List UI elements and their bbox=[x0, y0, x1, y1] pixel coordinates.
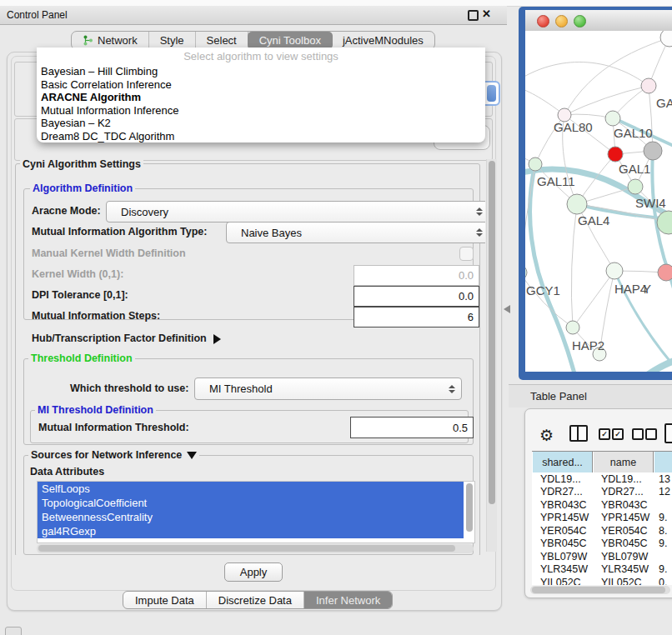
manual-kernel-width-checkbox[interactable] bbox=[459, 247, 474, 261]
tab-network-label: Network bbox=[98, 34, 138, 47]
tab-style[interactable]: Style bbox=[149, 32, 196, 49]
network-graph: GALGAL80GAL10GAL1GAL11SWI4GAL4HAP4YGCY1H… bbox=[525, 31, 672, 372]
close-icon[interactable]: ✕ bbox=[482, 8, 491, 20]
algorithm-option[interactable]: Dream8 DC_TDC Algorithm bbox=[39, 130, 483, 143]
algorithm-option[interactable]: Mutual Information Inference bbox=[39, 104, 483, 118]
tab-cyni-toolbox[interactable]: Cyni Toolbox bbox=[248, 32, 333, 49]
table-header-row: shared... name bbox=[532, 451, 672, 475]
impute-data-button[interactable]: Impute Data bbox=[123, 592, 207, 608]
network-node[interactable] bbox=[658, 264, 672, 281]
network-node[interactable] bbox=[567, 194, 587, 214]
network-node[interactable] bbox=[605, 111, 620, 126]
cyni-mode-buttons: Impute Data Discretize Data Infer Networ… bbox=[123, 591, 393, 609]
column-header-shared[interactable]: shared... bbox=[532, 452, 593, 473]
discretize-data-button[interactable]: Discretize Data bbox=[207, 592, 304, 608]
network-edge[interactable] bbox=[525, 88, 564, 115]
apply-button[interactable]: Apply bbox=[224, 562, 283, 582]
network-edge[interactable] bbox=[564, 86, 649, 115]
network-node[interactable] bbox=[525, 265, 527, 280]
close-traffic-light-icon[interactable] bbox=[537, 15, 549, 28]
table-horizontal-scrollbar[interactable] bbox=[530, 586, 670, 594]
column-header-clipped[interactable] bbox=[654, 452, 672, 473]
network-node[interactable] bbox=[608, 147, 623, 162]
attribute-item[interactable]: BetweennessCentrality bbox=[38, 510, 464, 524]
table-cell: YER054C bbox=[593, 525, 654, 537]
network-edge[interactable] bbox=[571, 204, 577, 328]
float-window-icon[interactable] bbox=[468, 10, 479, 21]
table-row[interactable]: YER054CYER054C8. bbox=[532, 524, 672, 538]
column-header-name[interactable]: name bbox=[593, 452, 654, 473]
algorithm-option[interactable]: Bayesian – K2 bbox=[39, 117, 483, 130]
network-node[interactable] bbox=[628, 179, 643, 194]
mi-algorithm-type-combobox[interactable]: Naive Bayes bbox=[226, 222, 485, 243]
mi-threshold-field[interactable]: 0.5 bbox=[350, 417, 474, 438]
table-row[interactable]: YIL052CYIL052C0. bbox=[532, 576, 672, 585]
network-node[interactable] bbox=[641, 78, 656, 93]
network-edge[interactable] bbox=[649, 86, 653, 151]
table-row[interactable]: YDR27...YDR27...12 bbox=[532, 486, 672, 499]
select-all-checkbox-icon[interactable]: ✓ bbox=[599, 428, 610, 440]
algorithm-option[interactable]: ARACNE Algorithm bbox=[39, 91, 483, 104]
attribute-item[interactable]: TopologicalCoefficient bbox=[38, 496, 464, 510]
which-threshold-combobox[interactable]: MI Threshold bbox=[194, 378, 462, 400]
network-node[interactable] bbox=[529, 158, 542, 171]
kernel-width-field[interactable]: 0.0 bbox=[354, 265, 479, 286]
dpi-tolerance-label: DPI Tolerance [0,1]: bbox=[32, 289, 128, 301]
attribute-item[interactable]: SelfLoops bbox=[38, 482, 464, 496]
deselect-all-checkbox2-icon[interactable] bbox=[645, 428, 657, 440]
algorithm-option[interactable]: Bayesian – Hill Climbing bbox=[39, 65, 483, 78]
table-scrollbar-thumb[interactable] bbox=[532, 587, 665, 593]
algorithm-option[interactable]: Basic Correlation Inference bbox=[39, 78, 483, 92]
tab-network[interactable]: Network bbox=[72, 32, 149, 49]
table-row[interactable]: YDL19...YDL19...13 bbox=[532, 472, 672, 486]
network-node[interactable] bbox=[644, 142, 662, 160]
mi-algorithm-type-label: Mutual Information Algorithm Type: bbox=[32, 226, 207, 238]
network-node[interactable] bbox=[660, 31, 672, 47]
table-row[interactable]: YPR145WYPR145W9. bbox=[532, 512, 672, 525]
network-edge-highlighted[interactable] bbox=[652, 151, 672, 348]
select-all-checkbox2-icon[interactable]: ✓ bbox=[612, 428, 624, 440]
manual-kernel-width-label: Manual Kernel Width Definition bbox=[32, 248, 186, 259]
vertical-scrollbar-thumb[interactable] bbox=[489, 161, 495, 504]
aracne-mode-combobox[interactable]: Discovery bbox=[106, 201, 485, 222]
document-icon[interactable] bbox=[664, 423, 672, 443]
tab-select[interactable]: Select bbox=[196, 32, 248, 49]
dpi-tolerance-field[interactable]: 0.0 bbox=[354, 286, 479, 307]
horizontal-scrollbar-thumb[interactable] bbox=[38, 545, 455, 552]
expander-expanded-icon bbox=[187, 452, 197, 459]
network-edge[interactable] bbox=[525, 62, 649, 86]
network-edge-highlighted[interactable] bbox=[646, 354, 672, 372]
zoom-traffic-light-icon[interactable] bbox=[574, 15, 586, 28]
table-cell: 8. bbox=[654, 525, 667, 537]
network-node[interactable] bbox=[606, 262, 623, 279]
mi-algorithm-type-value: Naive Bayes bbox=[241, 227, 302, 239]
infer-network-button[interactable]: Infer Network bbox=[304, 592, 392, 608]
network-canvas[interactable]: GALGAL80GAL10GAL1GAL11SWI4GAL4HAP4YGCY1H… bbox=[525, 31, 672, 372]
table-row[interactable]: YBR045CYBR045C9. bbox=[532, 538, 672, 551]
deselect-all-checkbox-icon[interactable] bbox=[632, 428, 644, 440]
collapsed-panel-icon[interactable] bbox=[5, 627, 22, 635]
table-row[interactable]: YBL079WYBL079W bbox=[532, 550, 672, 563]
hub-tf-expander[interactable]: Hub/Transcription Factor Definition bbox=[32, 332, 221, 344]
tab-select-label: Select bbox=[207, 34, 237, 47]
table-body[interactable]: YDL19...YDL19...13YDR27...YDR27...12YBR0… bbox=[532, 472, 672, 585]
mi-threshold-label: Mutual Information Threshold: bbox=[38, 422, 189, 433]
minimize-traffic-light-icon[interactable] bbox=[555, 15, 568, 28]
sources-horizontal-scrollbar[interactable] bbox=[37, 544, 474, 553]
data-attributes-list[interactable]: SelfLoopsTopologicalCoefficientBetweenne… bbox=[37, 481, 475, 543]
table-row[interactable]: YBR043CYBR043C bbox=[532, 498, 672, 512]
network-edge-highlighted[interactable] bbox=[530, 164, 575, 372]
split-columns-icon[interactable] bbox=[569, 425, 588, 442]
table-row[interactable]: YLR345WYLR345W9. bbox=[532, 563, 672, 577]
network-node-label: GCY1 bbox=[526, 283, 560, 298]
network-edge[interactable] bbox=[564, 38, 669, 115]
network-node-label: Y bbox=[643, 282, 651, 296]
attribute-item[interactable]: gal4RGexp bbox=[38, 524, 464, 538]
tab-jactivemnodules[interactable]: jActiveMNodules bbox=[332, 32, 434, 49]
mi-steps-field[interactable]: 6 bbox=[354, 307, 479, 328]
sources-title[interactable]: Sources for Network Inference bbox=[28, 449, 199, 461]
list-scrollbar-thumb[interactable] bbox=[466, 483, 473, 532]
network-node[interactable] bbox=[566, 321, 579, 334]
gear-icon[interactable]: ⚙ bbox=[539, 426, 554, 445]
settings-vertical-scrollbar[interactable] bbox=[486, 159, 497, 552]
